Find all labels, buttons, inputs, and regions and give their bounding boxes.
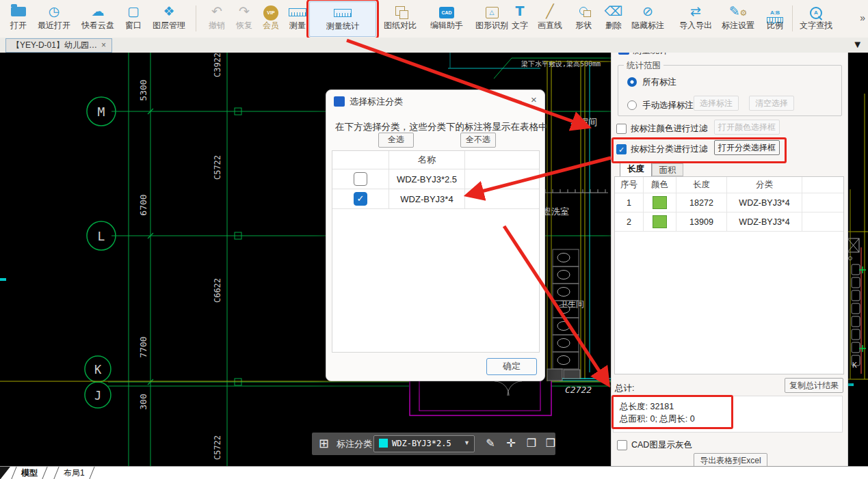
tool-draw-line[interactable]: ╱ 画直线 [534,1,566,36]
length-results-table: 序号 颜色 长度 分类 1 18272 WDZ-BYJ3*4 2 13909 W… [614,176,844,374]
row-category: WDZ-BYJ3*4 [727,213,802,231]
shapes-icon [579,7,588,15]
clock-icon: ◷ [49,3,60,18]
sheet-tab-layout1[interactable]: 布局1 [53,467,94,479]
tool-open-label: 打开 [4,20,33,30]
tool-shapes[interactable]: 形状 [569,1,598,36]
window-ticks [545,189,605,193]
copy-icon[interactable]: ❐ [523,435,540,452]
select-annotation-button[interactable]: 选择标注 [694,96,739,111]
tool-measure[interactable]: 测量 [283,1,312,36]
tool-measure-stats[interactable]: 测量统计 [309,1,376,37]
radio-all-annotations[interactable] [627,77,637,87]
chevron-down-icon: ▼ [464,439,470,446]
radio-manual-select[interactable] [627,100,637,110]
toilet-fixtures [557,254,570,365]
tool-edit-assistant[interactable]: CAD 编辑助手 [427,1,466,36]
tool-cloud-drive[interactable]: ☁ 快看云盘 [78,1,118,36]
dialog-title: 选择标注分类 [350,96,403,108]
row-length: 13909 [676,213,727,231]
pipe-mark [0,278,6,281]
tab-area[interactable]: 面积 [652,163,683,176]
clear-selection-button[interactable]: 清空选择 [749,96,794,111]
total-length-text: 总长度: 32181 [620,401,674,413]
tool-delete[interactable]: ⌫ 删除 [599,1,628,36]
row-checkbox-checked[interactable] [354,192,367,206]
green-color-swatch [653,215,667,228]
toolbar-overflow-chevron[interactable]: » [860,12,865,23]
balcony-outline [419,381,540,411]
layers-icon: ❖ [163,3,174,18]
open-class-picker-button[interactable]: 打开分类选择框 [714,140,780,155]
dialog-header[interactable]: 选择标注分类 × [326,90,544,112]
door-arc [495,381,509,396]
sheet-bar-wedge [0,467,10,479]
classification-name: WDZ-BYJ3*4 [389,189,465,208]
pencil-icon: ✎ [729,3,740,18]
tool-annotation-settings[interactable]: ✎⚙ 标注设置 [718,1,758,36]
code-c3922: C3922 [213,53,222,77]
row-length: 18272 [676,193,727,212]
tool-scale[interactable]: A:B 比例 [761,1,789,36]
tool-import-export[interactable]: ⇄ 导入导出 [676,1,715,36]
import-export-icon: ⇄ [690,3,701,18]
dialog-close-icon[interactable]: × [531,94,537,105]
tool-text[interactable]: T 文字 [506,1,534,36]
dim-300: 300 [138,394,148,409]
tool-layers[interactable]: ❖ 图层管理 [149,1,189,36]
annotation-classification-toolbar: ⊞ 标注分类 WDZ-BYJ3*2.5 ▼ ✎ ✛ ❐ ❒ [312,433,555,455]
document-tab[interactable]: 【YEY-D-01】幼儿园…× [5,38,112,53]
tool-open[interactable]: 打开 [4,1,33,36]
document-tab-title: 【YEY-D-01】幼儿园… [12,40,97,50]
select-all-button[interactable]: 全选 [378,133,414,148]
table-row[interactable]: WDZ-BYJ3*4 [332,189,539,209]
vip-icon: VIP [263,5,278,20]
duplicate-icon[interactable]: ❒ [542,435,560,452]
move-icon[interactable]: ✛ [502,435,520,452]
result-row[interactable]: 2 13909 WDZ-BYJ3*4 [615,213,843,232]
measure-statistics-panel: 测量统计 × 统计范围 所有标注 手动选择标注 选择标注 清空选择 按标注颜色进… [611,40,848,473]
row-number: 1 [615,193,644,212]
text-icon: T [516,3,525,18]
tool-hide-annotations[interactable]: ⊘ 隐藏标注 [628,1,668,36]
open-color-picker-button[interactable]: 打开颜色选择框 [714,120,780,135]
row-checkbox-unchecked[interactable] [354,172,367,186]
edit-icon[interactable]: ✎ [482,435,499,452]
fixture-x [847,238,859,252]
grid-label-k-right: K [852,361,857,370]
sheet-tab-model[interactable]: 模型 [11,467,47,479]
filter-by-color-checkbox[interactable] [616,124,627,134]
tool-redo[interactable]: ↷ 恢复 [230,1,259,36]
radio-all-label: 所有标注 [642,77,676,88]
tool-vip[interactable]: VIP 会员 [257,1,285,36]
select-none-button[interactable]: 全不选 [460,133,496,148]
tab-length[interactable]: 长度 [620,161,652,176]
filter-by-class-checkbox[interactable] [616,144,627,154]
panel-dock-arrow-icon[interactable]: ▼ [852,38,863,50]
classification-dropdown[interactable]: WDZ-BYJ3*2.5 ▼ [373,435,475,452]
sink-column [852,264,860,366]
row-category: WDZ-BYJ3*4 [727,193,802,212]
filter-by-color-label: 按标注颜色进行过滤 [631,123,708,135]
tool-window[interactable]: ▢ 窗口 [119,1,148,36]
toolbar-separator [792,5,793,31]
result-row[interactable]: 1 18272 WDZ-BYJ3*4 [615,193,843,213]
grid-icon[interactable]: ⊞ [319,436,329,451]
cad-gray-checkbox[interactable] [617,440,627,450]
ruler-stats-icon [334,9,352,17]
tool-undo[interactable]: ↶ 撤销 [202,1,231,36]
copy-totals-button[interactable]: 复制总计结果 [785,378,843,393]
table-row[interactable]: WDZ-BYJ3*2.5 [332,169,539,189]
code-c5722: C5722 [213,155,222,180]
cyan-color-swatch [379,439,388,448]
tool-drawing-compare[interactable]: 图纸对比 [380,1,420,36]
compare-icon [395,6,405,16]
ok-button[interactable]: 确定 [486,358,537,375]
tool-recent[interactable]: ◷ 最近打开 [34,1,74,36]
tool-find-text[interactable]: A 文字查找 [796,1,836,36]
dim-7700: 7700 [138,336,148,357]
grid-label-k: K [94,363,102,377]
tab-close-icon[interactable]: × [101,40,106,50]
toilet-stalls [553,249,579,369]
cloud-icon: ☁ [92,3,105,18]
